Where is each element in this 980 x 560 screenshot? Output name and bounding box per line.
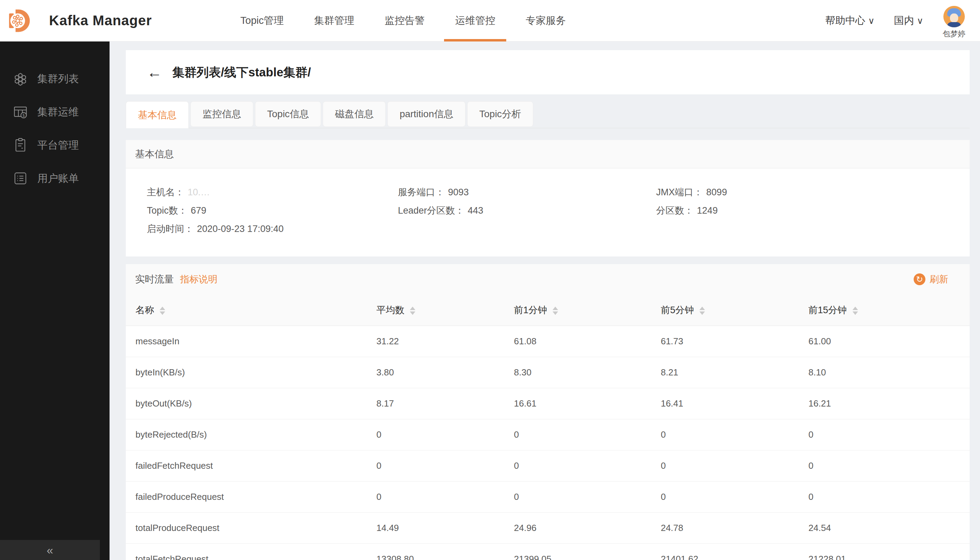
nav-item-expert[interactable]: 专家服务 (511, 0, 581, 42)
nav-item-ops[interactable]: 运维管控 (440, 0, 511, 42)
metrics-column-header[interactable]: 前5分钟 (661, 295, 808, 326)
metric-15min-cell: 8.10 (809, 357, 970, 388)
basic-info-panel: 基本信息 主机名：10.… 服务端口：9093 JMX端口：8099 Topic… (126, 140, 970, 257)
metric-15min-cell: 61.00 (809, 326, 970, 357)
field-label: Leader分区数： (398, 205, 464, 216)
field-value: 1249 (697, 205, 718, 216)
page-title: 集群列表/线下stable集群/ (173, 64, 311, 80)
panel-title: 实时流量 (135, 273, 174, 286)
help-center-label: 帮助中心 (825, 15, 865, 26)
region-dropdown[interactable]: 国内∨ (894, 14, 923, 28)
username: 包梦婷 (943, 29, 965, 39)
field-value: 8099 (706, 187, 727, 197)
user-menu[interactable]: 包梦婷 (943, 2, 965, 39)
metrics-column-header[interactable]: 名称 (126, 295, 376, 326)
avatar-body (947, 22, 961, 27)
metric-name-cell: byteOut(KB/s) (126, 388, 376, 419)
nav-item-monitor[interactable]: 监控告警 (369, 0, 440, 42)
field-label: 主机名： (147, 187, 184, 197)
tab-label: 磁盘信息 (335, 108, 374, 121)
sort-caret-icon[interactable] (160, 307, 165, 315)
metric-1min-cell: 8.30 (514, 357, 661, 388)
metric-1min-cell: 0 (514, 481, 661, 512)
field-label: JMX端口： (656, 187, 703, 197)
sidebar-item-platform-management[interactable]: 平台管理 (0, 128, 110, 162)
realtime-traffic-panel: 实时流量 指标说明 ↻ 刷新 名称 平均数 前1分钟 前5分钟 前15分钟 me… (126, 264, 970, 560)
metrics-column-header[interactable]: 前1分钟 (514, 295, 661, 326)
metrics-table-body: messageIn 31.22 61.08 61.73 61.00 byteIn… (126, 326, 970, 560)
sort-caret-icon[interactable] (410, 307, 415, 315)
field-label: 分区数： (656, 205, 694, 216)
cluster-list-icon (12, 71, 28, 87)
tab-label: Topic信息 (267, 108, 309, 121)
nav-item-label: 专家服务 (526, 14, 566, 28)
help-center-dropdown[interactable]: 帮助中心∨ (825, 14, 875, 28)
sidebar-item-user-bill[interactable]: 用户账单 (0, 162, 110, 195)
topbar-right: 帮助中心∨ 国内∨ 包梦婷 (825, 2, 980, 39)
tab-disk-info[interactable]: 磁盘信息 (323, 101, 386, 127)
cluster-ops-icon: $ (12, 104, 28, 120)
sidebar-item-label: 集群运维 (37, 105, 79, 119)
metric-name-cell: messageIn (126, 326, 376, 357)
tab-topic-analysis[interactable]: Topic分析 (467, 101, 533, 127)
table-row: byteOut(KB/s) 8.17 16.61 16.41 16.21 (126, 388, 970, 419)
user-bill-icon (12, 170, 28, 186)
nav-item-cluster[interactable]: 集群管理 (299, 0, 369, 42)
nav-item-topic[interactable]: Topic管理 (225, 0, 299, 42)
metrics-column-header[interactable]: 平均数 (376, 295, 514, 326)
metric-15min-cell: 0 (809, 419, 970, 450)
field-label: 启动时间： (147, 224, 193, 234)
metric-1min-cell: 16.61 (514, 388, 661, 419)
chevron-down-icon: ∨ (917, 15, 923, 26)
metric-1min-cell: 21399.05 (514, 543, 661, 560)
sidebar-item-label: 集群列表 (37, 72, 79, 86)
metric-5min-cell: 24.78 (661, 512, 808, 543)
metric-avg-cell: 13308.80 (376, 543, 514, 560)
tab-label: 基本信息 (138, 108, 176, 122)
sort-caret-icon[interactable] (852, 307, 858, 315)
main-nav: Topic管理 集群管理 监控告警 运维管控 专家服务 (225, 0, 581, 42)
table-row: messageIn 31.22 61.08 61.73 61.00 (126, 326, 970, 357)
sidebar-item-cluster-ops[interactable]: $ 集群运维 (0, 95, 110, 128)
metric-5min-cell: 0 (661, 481, 808, 512)
tab-monitor-info[interactable]: 监控信息 (190, 101, 253, 127)
metric-15min-cell: 0 (809, 450, 970, 481)
back-button[interactable]: ← (147, 65, 162, 80)
breadcrumb: ← 集群列表/线下stable集群/ (126, 50, 970, 94)
metrics-column-header[interactable]: 前15分钟 (809, 295, 970, 326)
metric-avg-cell: 31.22 (376, 326, 514, 357)
sort-caret-icon[interactable] (552, 307, 558, 315)
field-leader-partition-count: Leader分区数：443 (398, 206, 656, 215)
field-value: 10.… (188, 187, 210, 197)
field-value: 679 (191, 205, 206, 216)
table-row: byteIn(KB/s) 3.80 8.30 8.21 8.10 (126, 357, 970, 388)
metric-1min-cell: 0 (514, 450, 661, 481)
table-row: failedFetchRequest 0 0 0 0 (126, 450, 970, 481)
sort-caret-icon[interactable] (699, 307, 705, 315)
avatar[interactable] (943, 6, 965, 27)
top-header: Kafka Manager Topic管理 集群管理 监控告警 运维管控 专家服… (0, 0, 980, 42)
metric-5min-cell: 61.73 (661, 326, 808, 357)
basic-info-panel-header: 基本信息 (126, 140, 970, 168)
svg-text:$: $ (22, 113, 25, 118)
metric-avg-cell: 0 (376, 481, 514, 512)
field-hostname: 主机名：10.… (147, 188, 398, 197)
field-label: 服务端口： (398, 187, 444, 197)
collapse-icon: « (47, 544, 53, 556)
metric-15min-cell: 24.54 (809, 512, 970, 543)
tab-topic-info[interactable]: Topic信息 (255, 101, 321, 127)
sidebar-item-label: 用户账单 (37, 172, 79, 186)
field-value: 443 (468, 205, 483, 216)
metric-1min-cell: 24.96 (514, 512, 661, 543)
tab-partition-info[interactable]: partition信息 (388, 101, 466, 127)
metric-description-link[interactable]: 指标说明 (180, 273, 217, 285)
platform-management-icon (12, 137, 28, 153)
sidebar-item-label: 平台管理 (37, 138, 79, 152)
metric-5min-cell: 21401.62 (661, 543, 808, 560)
tab-basic-info[interactable]: 基本信息 (126, 101, 189, 128)
sidebar-item-cluster-list[interactable]: 集群列表 (0, 62, 110, 95)
refresh-button[interactable]: ↻ 刷新 (913, 273, 948, 285)
column-header-label: 前5分钟 (661, 305, 694, 315)
sidebar-collapse-button[interactable]: « (0, 540, 100, 560)
metric-5min-cell: 16.41 (661, 388, 808, 419)
